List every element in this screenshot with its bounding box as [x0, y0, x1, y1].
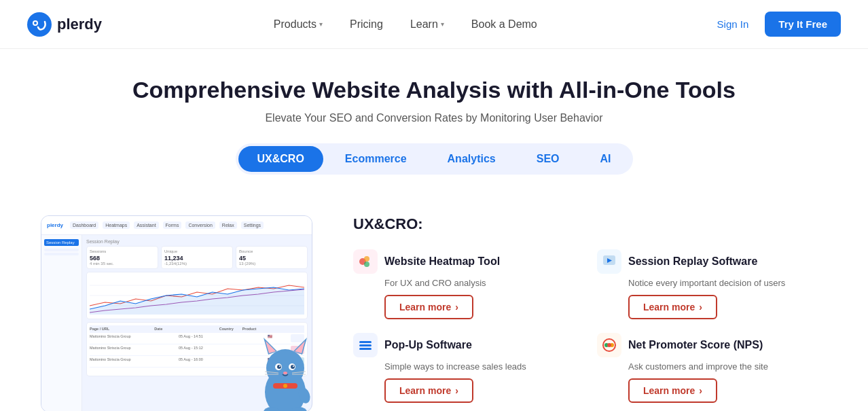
logo-icon — [27, 12, 52, 37]
nav-learn[interactable]: Learn ▾ — [399, 13, 455, 36]
svg-point-17 — [279, 365, 281, 367]
header: plerdy Products ▾ Pricing Learn ▾ Book a… — [0, 0, 868, 49]
svg-rect-34 — [359, 341, 372, 343]
feature-session-replay: Session Replay Software Notice every imp… — [597, 249, 827, 319]
nps-desc: Ask customers and improve the site — [597, 361, 827, 372]
svg-point-25 — [283, 384, 287, 388]
svg-point-31 — [364, 262, 369, 267]
replay-name: Session Replay Software — [628, 255, 757, 268]
logo-text: plerdy — [57, 16, 102, 33]
main-content: plerdy Dashboard Heatmaps Assistant Form… — [0, 215, 868, 411]
svg-point-30 — [364, 256, 369, 262]
cat-mascot — [245, 324, 326, 411]
svg-point-40 — [607, 343, 611, 347]
hero-section: Comprehensive Website Analysis with All-… — [0, 49, 868, 215]
tab-ai[interactable]: AI — [581, 146, 630, 172]
replay-learn-more-button[interactable]: Learn more › — [628, 295, 717, 319]
heatmap-icon — [353, 249, 378, 274]
nav-book-demo[interactable]: Book a Demo — [460, 13, 548, 36]
heatmap-name: Website Heatmap Tool — [384, 255, 500, 268]
section-title: UX&CRO: — [353, 215, 827, 233]
popup-desc: Simple ways to increase sales leads — [353, 361, 583, 372]
nav-pricing[interactable]: Pricing — [339, 13, 394, 36]
sign-in-button[interactable]: Sign In — [709, 13, 757, 35]
svg-point-18 — [293, 365, 294, 367]
hero-title: Comprehensive Website Analysis with All-… — [14, 76, 854, 104]
heatmap-learn-more-button[interactable]: Learn more › — [384, 295, 473, 319]
svg-point-15 — [277, 365, 281, 369]
main-nav: Products ▾ Pricing Learn ▾ Book a Demo — [263, 13, 548, 36]
dashboard-screenshot: plerdy Dashboard Heatmaps Assistant Form… — [41, 215, 312, 411]
popup-learn-more-button[interactable]: Learn more › — [384, 378, 473, 403]
chevron-down-icon-2: ▾ — [441, 20, 444, 28]
logo[interactable]: plerdy — [27, 12, 102, 37]
features-grid: Website Heatmap Tool For UX and CRO anal… — [353, 249, 827, 403]
svg-rect-35 — [359, 344, 372, 346]
hero-subtitle: Elevate Your SEO and Conversion Rates by… — [14, 112, 854, 124]
replay-icon — [597, 249, 621, 274]
tab-ux-cro[interactable]: UX&CRO — [238, 146, 323, 172]
chevron-down-icon: ▾ — [319, 20, 323, 28]
svg-rect-36 — [359, 348, 372, 350]
heatmap-desc: For UX and CRO analysis — [353, 278, 583, 288]
nps-icon — [597, 333, 621, 357]
feature-heatmap: Website Heatmap Tool For UX and CRO anal… — [353, 249, 583, 319]
nps-name: Net Promoter Score (NPS) — [628, 339, 763, 351]
header-actions: Sign In Try It Free — [709, 12, 841, 37]
tab-ecommerce[interactable]: Ecommerce — [326, 146, 426, 172]
feature-popup: Pop-Up Software Simple ways to increase … — [353, 333, 583, 403]
feature-nps: Net Promoter Score (NPS) Ask customers a… — [597, 333, 827, 403]
try-free-button[interactable]: Try It Free — [765, 12, 841, 37]
tabs-bar: UX&CRO Ecommerce Analytics SEO AI — [236, 143, 633, 175]
svg-point-19 — [283, 372, 287, 374]
tab-analytics[interactable]: Analytics — [429, 146, 515, 172]
svg-point-8 — [266, 349, 304, 387]
popup-name: Pop-Up Software — [384, 339, 472, 351]
right-panel: UX&CRO: Website Heatmap Tool For UX and … — [353, 215, 827, 403]
popup-icon — [353, 333, 378, 357]
replay-desc: Notice every important decision of users — [597, 278, 827, 288]
svg-point-0 — [27, 12, 52, 37]
nav-products[interactable]: Products ▾ — [263, 13, 333, 36]
svg-point-2 — [34, 22, 37, 24]
nps-learn-more-button[interactable]: Learn more › — [628, 378, 717, 403]
svg-point-16 — [291, 365, 295, 369]
tab-seo[interactable]: SEO — [518, 146, 579, 172]
